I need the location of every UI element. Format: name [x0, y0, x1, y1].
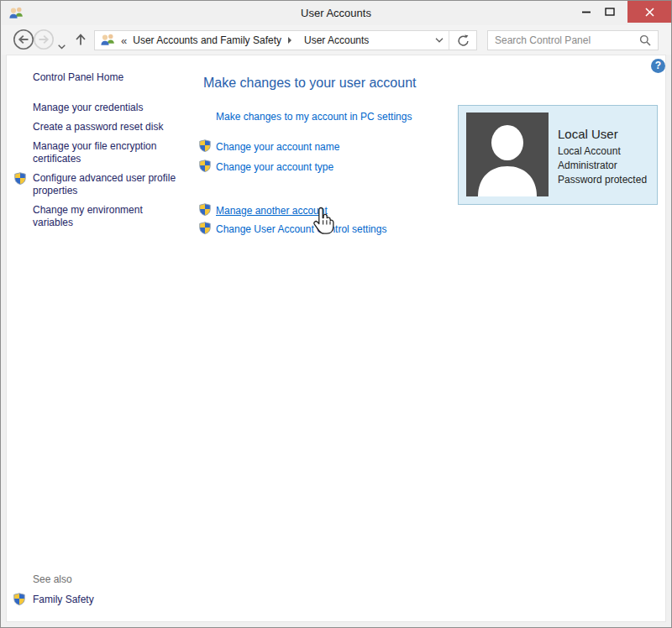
sidebar-item-control-panel-home[interactable]: Control Panel Home	[33, 71, 123, 83]
back-arrow-icon	[13, 29, 34, 50]
search-icon[interactable]	[639, 34, 651, 46]
task-row: Change your account type	[199, 160, 333, 174]
uac-shield-icon	[199, 222, 211, 238]
password-status: Password protected	[558, 173, 647, 187]
manage-another-account-link[interactable]: Manage another account	[216, 205, 328, 217]
user-name: Local User	[558, 127, 647, 141]
user-info: Local User Local Account Administrator P…	[558, 127, 647, 187]
window-title: User Accounts	[1, 1, 671, 25]
sidebar-item-advanced-user-profile[interactable]: Configure advanced user profile properti…	[33, 172, 180, 197]
account-kind: Local Account	[558, 144, 647, 159]
chevron-down-icon	[58, 44, 66, 50]
change-account-type-link[interactable]: Change your account type	[216, 161, 333, 173]
pc-settings-link[interactable]: Make changes to my account in PC setting…	[216, 111, 412, 123]
user-accounts-window: User Accounts	[0, 0, 672, 628]
task-row: Change your account name	[199, 140, 339, 154]
change-uac-settings-link[interactable]: Change User Account Control settings	[216, 223, 386, 235]
breadcrumb: « User Accounts and Family Safety User A…	[94, 30, 477, 50]
minimize-button[interactable]	[575, 1, 597, 23]
change-account-name-link[interactable]: Change your account name	[216, 141, 339, 153]
page-title: Make changes to your user account	[203, 76, 416, 91]
refresh-icon	[457, 34, 470, 47]
uac-shield-icon	[199, 203, 211, 219]
task-row: Change User Account Control settings	[199, 222, 386, 236]
account-role: Administrator	[558, 159, 647, 173]
up-button[interactable]	[74, 32, 87, 50]
see-also-header: See also	[33, 573, 72, 585]
task-row: Manage another account	[199, 204, 328, 217]
breadcrumb-item-user-accounts[interactable]: User Accounts	[304, 34, 369, 46]
recent-pages-dropdown[interactable]	[58, 38, 66, 53]
refresh-button[interactable]	[449, 31, 476, 50]
back-button[interactable]	[13, 29, 34, 54]
user-account-tile: Local User Local Account Administrator P…	[458, 105, 658, 205]
sidebar-item-environment-variables[interactable]: Change my environment variables	[33, 204, 180, 229]
breadcrumb-separator-icon[interactable]	[288, 37, 291, 44]
minimize-icon	[581, 11, 591, 13]
forward-button[interactable]	[33, 29, 55, 54]
chevron-down-icon	[435, 38, 444, 43]
navigation-bar: « User Accounts and Family Safety User A…	[2, 25, 672, 55]
maximize-icon	[605, 8, 615, 16]
search-box	[487, 30, 659, 50]
uac-shield-icon	[14, 172, 26, 188]
user-avatar	[466, 113, 549, 196]
breadcrumb-overflow[interactable]: «	[121, 34, 127, 47]
sidebar-item-file-encryption-certificates[interactable]: Manage your file encryption certificates	[33, 140, 180, 165]
close-icon	[645, 8, 654, 17]
help-button[interactable]: ?	[651, 59, 665, 73]
sidebar-item-family-safety[interactable]: Family Safety	[33, 594, 94, 605]
uac-shield-icon	[13, 593, 25, 609]
forward-arrow-icon	[33, 29, 55, 50]
up-arrow-icon	[74, 32, 87, 47]
titlebar[interactable]: User Accounts	[1, 1, 671, 25]
location-icon[interactable]	[100, 33, 115, 49]
search-input[interactable]	[488, 34, 639, 46]
uac-shield-icon	[199, 160, 211, 175]
close-button[interactable]	[627, 1, 672, 23]
address-dropdown-button[interactable]	[430, 31, 449, 50]
content-area: ? Control Panel Home Manage your credent…	[6, 55, 666, 622]
sidebar-item-manage-credentials[interactable]: Manage your credentials	[33, 102, 180, 114]
maximize-button[interactable]	[599, 1, 621, 23]
uac-shield-icon	[199, 139, 211, 155]
sidebar-item-password-reset-disk[interactable]: Create a password reset disk	[33, 121, 180, 133]
breadcrumb-item-family-safety[interactable]: User Accounts and Family Safety	[133, 34, 281, 46]
